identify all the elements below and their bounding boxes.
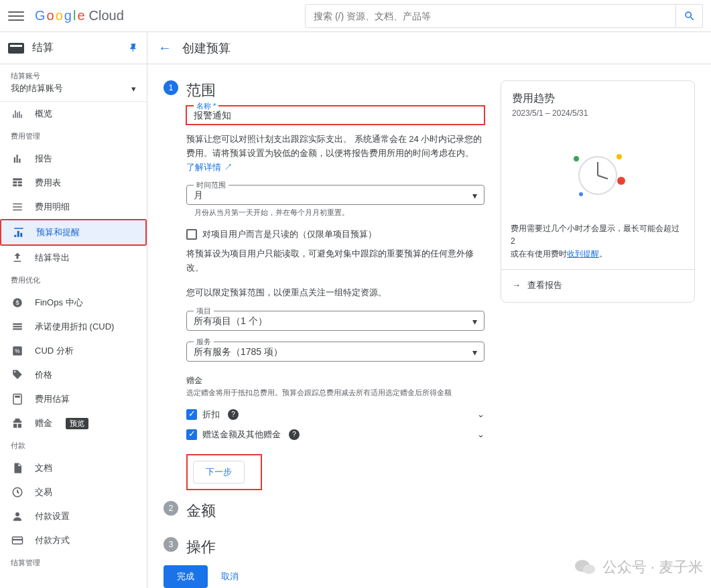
pin-icon[interactable]: [128, 43, 139, 54]
sidebar-item-pay-settings[interactable]: 付款设置: [0, 504, 147, 528]
bar-chart-icon: [11, 152, 24, 165]
sidebar-item-docs[interactable]: 文档: [0, 456, 147, 480]
name-field[interactable]: 名称 *: [186, 106, 484, 125]
commitment-icon: [11, 320, 24, 334]
sidebar-item-cud[interactable]: 承诺使用折扣 (CUD): [0, 315, 147, 339]
document-icon: [11, 461, 24, 475]
gift-icon: [11, 417, 24, 430]
alert-link[interactable]: 收到提醒: [567, 249, 599, 259]
svg-line-12: [598, 175, 608, 179]
section-pay: 付款: [0, 435, 147, 456]
step-2-badge: 2: [164, 501, 178, 516]
svg-point-7: [15, 512, 19, 516]
readonly-checkbox[interactable]: [186, 229, 197, 240]
svg-point-18: [583, 565, 595, 574]
sidebar-item-credits[interactable]: 赠金预览: [0, 411, 147, 435]
name-input[interactable]: [194, 111, 477, 121]
search-input[interactable]: [305, 4, 676, 28]
info-icon[interactable]: ?: [289, 429, 300, 440]
cost-trend-panel: 费用趋势 2023/5/1 – 2024/5/31: [501, 80, 695, 303]
sidebar-item-pay-method[interactable]: 付款方式: [0, 528, 147, 553]
chevron-down-icon: ▾: [472, 190, 477, 201]
time-hint: 月份从当月第一天开始，并在每个月月初重置。: [194, 208, 484, 218]
section-billing-mgmt: 结算管理: [0, 553, 147, 573]
chevron-down-icon[interactable]: ⌄: [477, 409, 484, 419]
svg-point-13: [574, 156, 579, 161]
logo[interactable]: Google Cloud: [35, 8, 124, 23]
sidebar-item-overview[interactable]: 概览: [0, 102, 147, 126]
account-label: 结算账号: [11, 71, 136, 81]
chevron-down-icon: ▾: [472, 347, 477, 358]
view-report-link[interactable]: → 查看报告: [501, 269, 694, 291]
step-3-badge: 3: [164, 537, 178, 552]
step-1-title: 范围: [186, 80, 216, 100]
chevron-down-icon: ▾: [472, 316, 477, 327]
cancel-button[interactable]: 取消: [213, 565, 247, 588]
sidebar-item-export[interactable]: 结算导出: [0, 246, 147, 270]
svg-text:%: %: [15, 348, 20, 354]
page-title: 创建预算: [182, 40, 231, 56]
panel-date-range: 2023/5/1 – 2024/5/31: [501, 108, 694, 129]
clock-icon: [11, 486, 24, 499]
budget-description: 预算让您可以对照计划支出跟踪实际支出。 系统通常会在 24 小时内记录您的费用。…: [186, 133, 484, 174]
discount-checkbox[interactable]: [186, 409, 197, 420]
preview-badge: 预览: [66, 418, 88, 429]
svg-point-14: [617, 154, 622, 159]
service-select[interactable]: 服务 所有服务（1785 项）▾: [186, 342, 484, 362]
hamburger-icon[interactable]: [8, 8, 24, 24]
sidebar-item-budgets[interactable]: 预算和提醒: [1, 220, 145, 244]
calculator-icon: [11, 392, 24, 406]
sidebar-item-cud-analysis[interactable]: %CUD 分析: [0, 339, 147, 363]
info-icon[interactable]: ?: [228, 409, 239, 420]
svg-rect-9: [13, 539, 23, 540]
panel-title: 费用趋势: [501, 92, 694, 108]
svg-point-15: [617, 177, 625, 185]
percent-icon: %: [11, 344, 24, 358]
sidebar-item-estimate[interactable]: 费用估算: [0, 387, 147, 411]
card-icon: [11, 534, 24, 547]
svg-text:$: $: [15, 299, 19, 306]
credit-desc: 选定赠金将用于抵扣总费用。预算会跟踪总费用减去所有适用选定赠金后所得金额: [186, 388, 484, 398]
sidebar-title: 结算: [32, 41, 120, 55]
sidebar-item-reports[interactable]: 报告: [0, 147, 147, 171]
section-cost-opt: 费用优化: [0, 270, 147, 291]
done-button[interactable]: 完成: [164, 565, 208, 588]
search-button[interactable]: [676, 4, 703, 28]
person-icon: [11, 510, 24, 523]
sidebar-item-finops[interactable]: $FinOps 中心: [0, 291, 147, 315]
sidebar: 结算 结算账号 我的结算账号 ▾ 概览 费用管理 报告 费用表 费用明细 预算和…: [0, 32, 147, 588]
watermark: 公众号 · 麦子米: [574, 557, 703, 577]
search-icon: [684, 10, 696, 22]
wechat-icon: [574, 558, 596, 577]
list-icon: [11, 200, 24, 214]
time-range-select[interactable]: 时间范围 月▾: [186, 185, 484, 205]
step-3-title: 操作: [186, 537, 216, 557]
gift-checkbox[interactable]: [186, 429, 197, 440]
budget-icon: [12, 226, 25, 239]
account-select[interactable]: 我的结算账号 ▾: [11, 82, 136, 94]
sidebar-item-pricing[interactable]: 价格: [0, 363, 147, 387]
step-1-badge: 1: [164, 80, 178, 95]
back-arrow-icon[interactable]: ←: [158, 40, 172, 56]
section-cost-mgmt: 费用管理: [0, 126, 147, 147]
tag-icon: [11, 368, 24, 382]
svg-rect-5: [15, 396, 20, 398]
sidebar-item-cost-detail[interactable]: 费用明细: [0, 195, 147, 219]
next-button[interactable]: 下一步: [193, 461, 245, 484]
svg-point-16: [579, 192, 583, 196]
project-select[interactable]: 项目 所有项目（1 个）▾: [186, 311, 484, 331]
chevron-down-icon[interactable]: ⌄: [477, 429, 484, 439]
sidebar-item-transactions[interactable]: 交易: [0, 480, 147, 504]
readonly-label: 对项目用户而言是只读的（仅限单项目预算）: [202, 228, 377, 240]
readonly-desc: 将预算设为项目用户只能读取，可避免对集中跟踪的重要预算的任何意外修改。: [186, 247, 484, 275]
chevron-down-icon: ▾: [131, 84, 136, 94]
sidebar-item-cost-table[interactable]: 费用表: [0, 171, 147, 195]
step-2-title: 金额: [186, 501, 216, 521]
table-icon: [11, 176, 24, 190]
arrow-right-icon: →: [512, 280, 521, 290]
scope-desc: 您可以限定预算范围，以便重点关注一组特定资源。: [186, 286, 484, 300]
dollar-icon: $: [11, 296, 24, 309]
panel-note: 费用需要过几个小时才会显示，最长可能会超过 2 或在有使用费时收到提醒。: [501, 222, 694, 269]
learn-more-link[interactable]: 了解详情 ↗: [186, 162, 233, 172]
clock-illustration: [501, 129, 694, 222]
